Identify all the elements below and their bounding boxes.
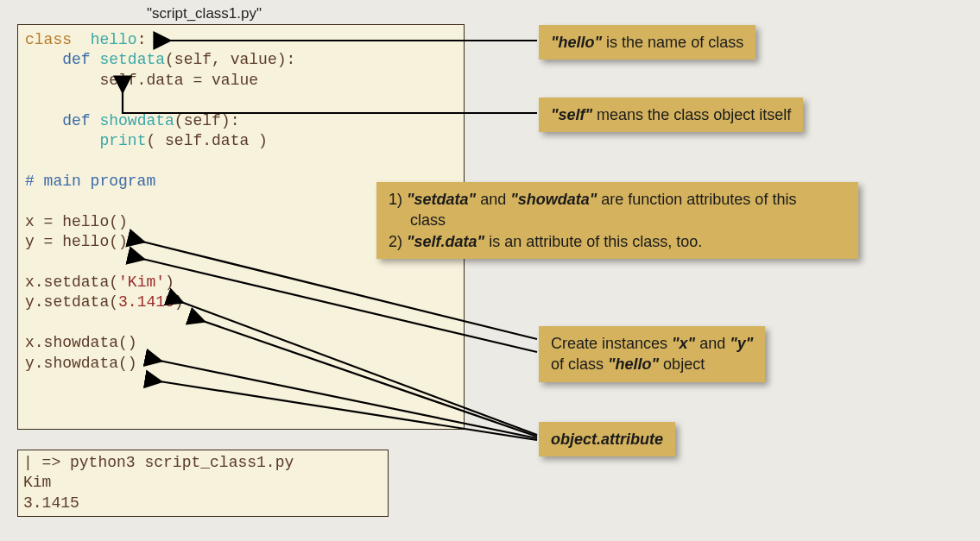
t: "self" [551, 106, 592, 123]
t: ( self.data ) [146, 132, 267, 149]
t: 1) [389, 191, 407, 208]
t: Kim [23, 474, 51, 491]
t: Create instances [551, 335, 672, 352]
kw: class [25, 31, 72, 48]
kw: def [62, 51, 90, 68]
note-attrs: 1) "setdata" and "showdata" are function… [376, 182, 858, 259]
t: x.showdata() [25, 334, 137, 351]
t: y.setdata( [25, 293, 118, 311]
note-instances: Create instances "x" and "y" of class "h… [539, 326, 765, 382]
t: "self.data" [407, 233, 484, 250]
t: ) [174, 293, 184, 311]
line: 2) "self.data" is an attribute of this c… [389, 231, 846, 252]
comment: # main program [25, 173, 155, 190]
t: self.data = value [25, 72, 258, 89]
t: (self, value): [165, 51, 295, 68]
t: 3.1415 [23, 494, 79, 512]
t: : [137, 31, 147, 48]
t: x = hello() [25, 213, 128, 230]
note-self: "self" means the class object itself [539, 98, 803, 132]
t: and [695, 335, 730, 352]
t: "y" [730, 335, 753, 352]
kw: def [62, 112, 90, 129]
t: y = hello() [25, 233, 128, 250]
fn: print [99, 132, 146, 149]
output-panel: | => python3 script_class1.py Kim 3.1415 [17, 450, 389, 517]
t: x.setdata( [25, 274, 118, 291]
t: and [476, 191, 510, 208]
t: "hello" [551, 34, 602, 51]
t: (self): [174, 112, 240, 129]
line: 1) "setdata" and "showdata" are function… [389, 189, 846, 210]
lit: 3.1415 [118, 293, 174, 311]
t: y.showdata() [25, 355, 137, 372]
t: is an attribute of this class, too. [484, 233, 702, 250]
t: | => python3 script_class1.py [23, 454, 294, 471]
t: means the class object itself [592, 106, 791, 123]
fn: setdata [99, 51, 165, 68]
t: "hello" [608, 355, 659, 373]
t: are function attributes of this [597, 191, 796, 208]
filename-label: "script_class1.py" [147, 5, 262, 22]
t: ) [165, 274, 174, 291]
t: "x" [672, 335, 695, 352]
t: object.attribute [551, 431, 663, 448]
fn: showdata [99, 112, 174, 129]
line: of class "hello" object [551, 354, 753, 374]
t: object [659, 355, 705, 373]
note-object-attr: object.attribute [539, 422, 675, 456]
lit: 'Kim' [118, 274, 165, 291]
classname: hello [91, 31, 137, 48]
t: "setdata" [407, 191, 476, 208]
t: is the name of class [602, 34, 743, 51]
t: of class [551, 355, 608, 373]
t: 2) [389, 233, 407, 250]
note-hello: "hello" is the name of class [539, 25, 756, 60]
line: class [389, 210, 846, 230]
t: "showdata" [510, 191, 597, 208]
line: Create instances "x" and "y" [551, 333, 753, 354]
